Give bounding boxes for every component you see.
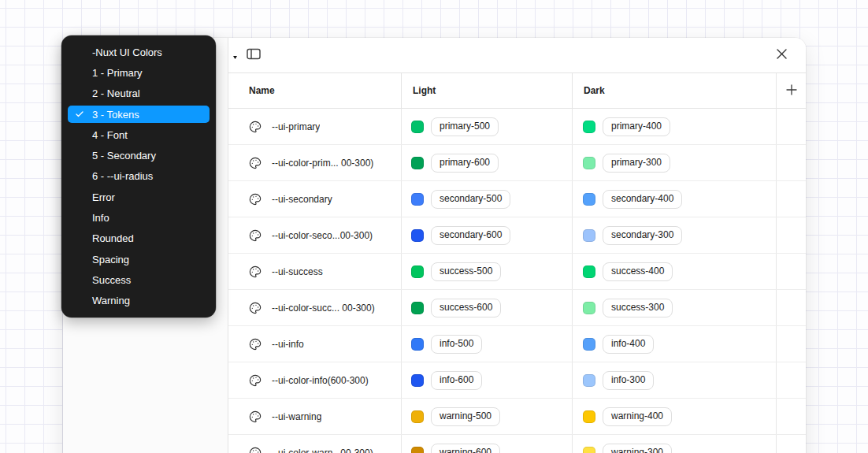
light-mode-cell[interactable]: primary-600 [401, 145, 572, 180]
menu-item-2-neutral[interactable]: 2 - Neutral [61, 84, 216, 104]
close-button[interactable] [772, 46, 791, 65]
menu-item-label: 2 - Neutral [92, 87, 140, 99]
menu-item-5-secondary[interactable]: 5 - Secondary [61, 145, 216, 165]
menu-item-info[interactable]: Info [61, 207, 216, 228]
menu-item-nuxt-ui-colors[interactable]: -Nuxt UI Colors [61, 42, 216, 62]
light-mode-cell[interactable]: info-500 [401, 326, 572, 362]
menu-item-label: Spacing [92, 254, 129, 265]
alias-pill[interactable]: warning-400 [603, 407, 672, 426]
variable-name: --ui-color-prim... 00-300) [272, 158, 373, 169]
table-row: --ui-color-warn...00-300) warning-600 wa… [228, 435, 806, 453]
alias-pill[interactable]: primary-600 [431, 154, 499, 173]
light-mode-cell[interactable]: primary-500 [401, 109, 572, 144]
sidebar-toggle-button[interactable] [244, 46, 263, 65]
variable-name: --ui-color-succ... 00-300) [272, 303, 375, 314]
color-swatch [583, 338, 595, 351]
menu-item-label: 6 - --ui-radius [92, 170, 153, 182]
menu-item-spacing[interactable]: Spacing [61, 249, 216, 269]
alias-pill[interactable]: success-400 [603, 262, 673, 281]
alias-pill[interactable]: warning-300 [603, 444, 672, 453]
alias-pill[interactable]: secondary-400 [603, 190, 682, 209]
menu-item-rounded[interactable]: Rounded [61, 228, 216, 249]
alias-pill[interactable]: info-600 [431, 371, 482, 390]
dark-mode-cell[interactable]: warning-300 [572, 435, 776, 453]
menu-item-label: 4 - Font [92, 129, 128, 141]
row-spacer-cell [776, 326, 806, 362]
light-mode-cell[interactable]: secondary-500 [401, 181, 572, 217]
table-row: --ui-color-info(600-300) info-600 info-3… [228, 362, 806, 399]
table-row: --ui-info info-500 info-400 [228, 326, 806, 362]
menu-item-6-ui-radius[interactable]: 6 - --ui-radius [61, 166, 216, 187]
palette-icon [249, 265, 262, 278]
dark-mode-cell[interactable]: info-400 [572, 326, 776, 362]
alias-pill[interactable]: primary-400 [603, 117, 670, 136]
dark-mode-cell[interactable]: secondary-300 [572, 217, 776, 253]
add-mode-button[interactable] [782, 81, 801, 100]
color-swatch [411, 229, 424, 242]
variable-name: --ui-success [272, 266, 323, 277]
menu-item-1-primary[interactable]: 1 - Primary [61, 62, 216, 83]
color-swatch [583, 410, 595, 423]
alias-pill[interactable]: warning-500 [431, 407, 500, 426]
variable-name: --ui-color-seco...00-300) [272, 230, 373, 241]
alias-pill[interactable]: primary-300 [603, 154, 670, 173]
light-mode-cell[interactable]: info-600 [401, 362, 572, 398]
alias-pill[interactable]: info-300 [603, 371, 654, 390]
alias-pill[interactable]: primary-500 [431, 117, 499, 136]
dark-mode-cell[interactable]: secondary-400 [572, 181, 776, 217]
dark-mode-cell[interactable]: success-300 [572, 290, 776, 325]
variable-name-cell[interactable]: --ui-color-succ... 00-300) [228, 290, 401, 325]
light-mode-cell[interactable]: success-600 [401, 290, 572, 325]
table-row: --ui-color-prim... 00-300) primary-600 p… [228, 145, 806, 181]
row-spacer-cell [776, 181, 806, 217]
color-swatch [583, 447, 595, 453]
variable-name-cell[interactable]: --ui-primary [228, 109, 401, 144]
menu-item-label: Error [92, 191, 115, 203]
table-row: --ui-secondary secondary-500 secondary-4… [228, 181, 806, 217]
column-header-light: Light [401, 73, 572, 108]
palette-icon [249, 193, 262, 206]
dark-mode-cell[interactable]: primary-300 [572, 145, 776, 180]
table-body: --ui-primary primary-500 primary-400 [228, 109, 806, 453]
variable-name-cell[interactable]: --ui-success [228, 254, 401, 289]
alias-pill[interactable]: warning-600 [431, 444, 500, 453]
variable-name-cell[interactable]: --ui-color-warn...00-300) [228, 435, 401, 453]
variable-name-cell[interactable]: --ui-color-info(600-300) [228, 362, 401, 398]
menu-item-4-font[interactable]: 4 - Font [61, 124, 216, 145]
menu-item-3-tokens[interactable]: 3 - Tokens [61, 104, 216, 124]
light-mode-cell[interactable]: warning-500 [401, 399, 572, 434]
variable-name-cell[interactable]: --ui-color-prim... 00-300) [228, 145, 401, 180]
variable-name-cell[interactable]: --ui-color-seco...00-300) [228, 217, 401, 253]
alias-pill[interactable]: success-300 [603, 299, 673, 317]
dark-mode-cell[interactable]: success-400 [572, 254, 776, 289]
alias-pill[interactable]: info-500 [431, 335, 482, 354]
dark-mode-cell[interactable]: primary-400 [572, 109, 776, 144]
light-mode-cell[interactable]: warning-600 [401, 435, 572, 453]
row-spacer-cell [776, 145, 806, 180]
menu-item-warning[interactable]: Warning [61, 291, 216, 311]
menu-item-error[interactable]: Error [61, 187, 216, 207]
dark-mode-cell[interactable]: info-300 [572, 362, 776, 398]
palette-icon [249, 157, 262, 169]
table-header: Name Light Dark [228, 72, 806, 109]
menu-item-label: Success [92, 274, 131, 286]
alias-pill[interactable]: secondary-500 [431, 190, 510, 209]
palette-icon [249, 121, 262, 133]
variable-name: --ui-primary [272, 121, 320, 132]
alias-pill[interactable]: secondary-600 [431, 226, 510, 245]
variable-name-cell[interactable]: --ui-secondary [228, 181, 401, 217]
row-spacer-cell [776, 399, 806, 434]
variable-name-cell[interactable]: --ui-warning [228, 399, 401, 434]
light-mode-cell[interactable]: success-500 [401, 254, 572, 289]
alias-pill[interactable]: info-400 [603, 335, 654, 354]
dark-mode-cell[interactable]: warning-400 [572, 399, 776, 434]
variable-name-cell[interactable]: --ui-info [228, 326, 401, 362]
variable-name: --ui-warning [272, 411, 321, 422]
color-swatch [583, 121, 595, 133]
alias-pill[interactable]: success-600 [431, 299, 501, 317]
menu-item-success[interactable]: Success [61, 269, 216, 290]
alias-pill[interactable]: success-500 [431, 262, 501, 281]
light-mode-cell[interactable]: secondary-600 [401, 217, 572, 253]
alias-pill[interactable]: secondary-300 [603, 226, 682, 245]
row-spacer-cell [776, 290, 806, 325]
